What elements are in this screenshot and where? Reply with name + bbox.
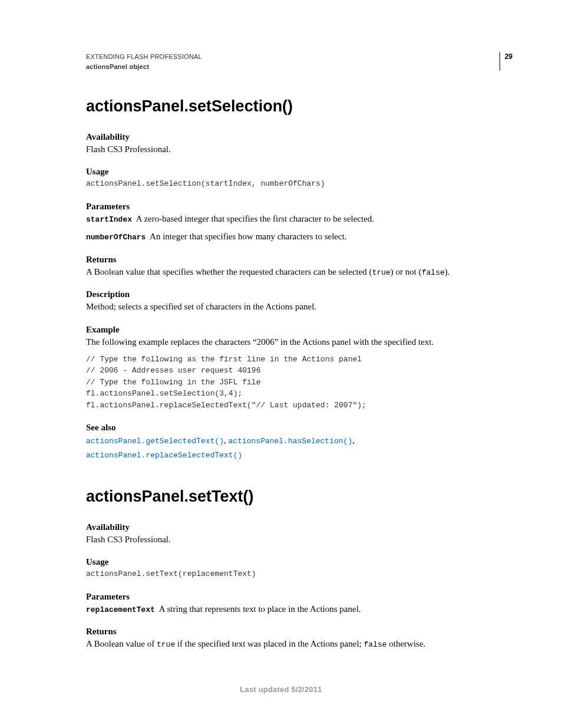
returns-code-true-2: true bbox=[157, 640, 175, 649]
label-returns-2: Returns bbox=[86, 627, 513, 637]
label-example: Example bbox=[86, 325, 513, 335]
returns-mid-2: if the specified text was placed in the … bbox=[175, 639, 363, 648]
header-title: EXTENDING FLASH PROFESSIONAL bbox=[86, 52, 500, 62]
page-number-rule bbox=[500, 52, 500, 71]
returns-code-false: false bbox=[422, 268, 445, 277]
param-replacementtext: replacementText A string that represents… bbox=[86, 603, 513, 615]
label-usage-2: Usage bbox=[86, 557, 513, 567]
returns-code-true: true bbox=[372, 268, 391, 277]
param-desc-startindex: A zero-based integer that specifies the … bbox=[136, 214, 374, 223]
param-startindex: startIndex A zero-based integer that spe… bbox=[86, 213, 513, 225]
returns-code-false-2: false bbox=[364, 640, 387, 649]
code-usage: actionsPanel.setSelection(startIndex, nu… bbox=[86, 178, 513, 190]
returns-pre: A Boolean value that specifies whether t… bbox=[86, 267, 372, 276]
text-availability-2: Flash CS3 Professional. bbox=[86, 533, 513, 545]
code-example: // Type the following as the first line … bbox=[86, 354, 513, 411]
code-usage-2: actionsPanel.setText(replacementText) bbox=[86, 568, 513, 580]
text-returns: A Boolean value that specifies whether t… bbox=[86, 266, 513, 278]
api-heading-setselection: actionsPanel.setSelection() bbox=[86, 97, 513, 116]
returns-post: ). bbox=[445, 267, 450, 276]
link-replaceselectedtext[interactable]: actionsPanel.replaceSelectedText() bbox=[86, 451, 242, 460]
running-header-text: EXTENDING FLASH PROFESSIONAL actionsPane… bbox=[86, 52, 500, 71]
param-desc-numberofchars: An integer that specifies how many chara… bbox=[150, 232, 346, 241]
sep-comma-2: , bbox=[352, 436, 355, 445]
link-getselectedtext[interactable]: actionsPanel.getSelectedText() bbox=[86, 437, 224, 446]
link-hasselection[interactable]: actionsPanel.hasSelection() bbox=[229, 437, 353, 446]
param-name-startindex: startIndex bbox=[86, 215, 132, 224]
label-availability-2: Availability bbox=[86, 522, 513, 532]
see-also-links: actionsPanel.getSelectedText(), actionsP… bbox=[86, 434, 513, 462]
page-number: 29 bbox=[505, 52, 513, 71]
label-description: Description bbox=[86, 289, 513, 299]
header-subtitle: actionsPanel object bbox=[86, 62, 500, 72]
text-returns-2: A Boolean value of true if the specified… bbox=[86, 638, 513, 650]
returns-pre-2: A Boolean value of bbox=[86, 639, 157, 648]
text-availability: Flash CS3 Professional. bbox=[86, 143, 513, 155]
label-availability: Availability bbox=[86, 132, 513, 142]
param-name-numberofchars: numberOfChars bbox=[86, 233, 146, 242]
text-example-intro: The following example replaces the chara… bbox=[86, 336, 513, 348]
label-parameters-2: Parameters bbox=[86, 592, 513, 602]
param-desc-replacementtext: A string that represents text to place i… bbox=[159, 604, 361, 614]
label-see-also: See also bbox=[86, 423, 513, 433]
api-heading-settext: actionsPanel.setText() bbox=[86, 487, 513, 506]
label-parameters: Parameters bbox=[86, 202, 513, 212]
running-header: EXTENDING FLASH PROFESSIONAL actionsPane… bbox=[86, 52, 513, 71]
returns-mid: ) or not ( bbox=[391, 267, 422, 276]
param-name-replacementtext: replacementText bbox=[86, 605, 155, 614]
label-returns: Returns bbox=[86, 255, 513, 265]
label-usage: Usage bbox=[86, 167, 513, 177]
param-numberofchars: numberOfChars An integer that specifies … bbox=[86, 230, 513, 243]
returns-post-2: otherwise. bbox=[387, 639, 426, 648]
text-description: Method; selects a specified set of chara… bbox=[86, 301, 513, 312]
sep-comma-1: , bbox=[224, 436, 229, 445]
footer-last-updated: Last updated 5/2/2011 bbox=[0, 685, 562, 694]
page-number-wrap: 29 bbox=[500, 52, 513, 71]
